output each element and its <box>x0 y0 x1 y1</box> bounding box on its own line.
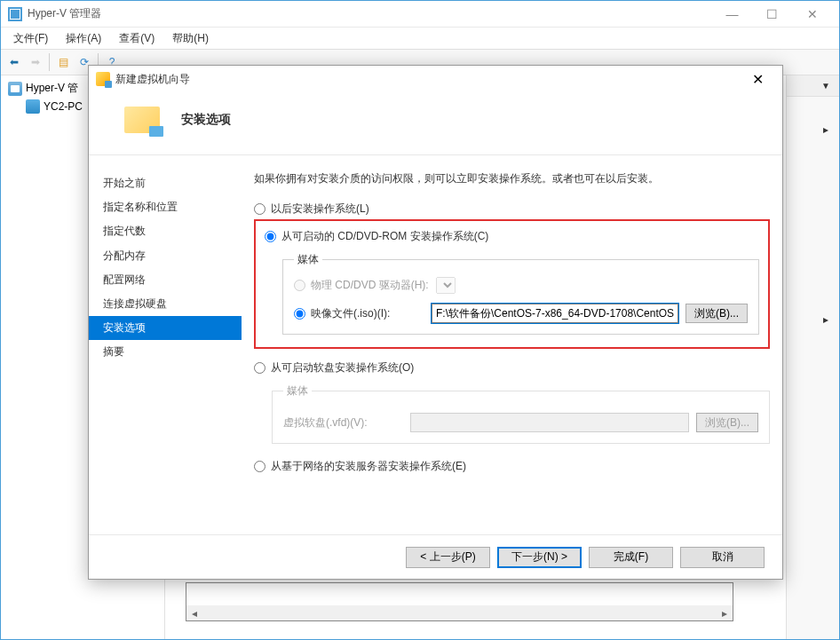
properties-button[interactable]: ▤ <box>53 52 73 72</box>
properties-icon: ▤ <box>59 56 68 68</box>
iso-label: 映像文件(.iso)(I): <box>311 306 424 321</box>
page-title: 安装选项 <box>181 112 231 128</box>
titlebar: Hyper-V 管理器 — ☐ ✕ <box>1 1 839 28</box>
action-item[interactable]: ▸ <box>787 162 839 352</box>
radio-iso[interactable] <box>294 308 305 320</box>
bottom-list: ◂ ▸ <box>186 582 733 621</box>
arrow-right-icon: ➡ <box>31 56 40 68</box>
option-network[interactable]: 从基于网络的安装服务器安装操作系统(E) <box>254 456 770 477</box>
radio-network-label: 从基于网络的安装服务器安装操作系统(E) <box>271 459 466 474</box>
horizontal-scrollbar[interactable]: ◂ ▸ <box>186 605 733 620</box>
highlighted-section: 从可启动的 CD/DVD-ROM 安装操作系统(C) 媒体 物理 CD/DVD … <box>254 219 770 349</box>
finish-button[interactable]: 完成(F) <box>589 547 673 568</box>
prev-button[interactable]: < 上一步(P) <box>406 547 490 568</box>
nav-network[interactable]: 配置网络 <box>89 268 242 292</box>
header-icon <box>124 107 160 133</box>
intro-text: 如果你拥有对安装介质的访问权限，则可以立即安装操作系统。或者也可在以后安装。 <box>254 171 770 186</box>
menubar: 文件(F) 操作(A) 查看(V) 帮助(H) <box>1 28 839 49</box>
dialog-titlebar: 新建虚拟机向导 ✕ <box>89 66 782 92</box>
dialog-close-button[interactable]: ✕ <box>740 67 775 91</box>
menu-view[interactable]: 查看(V) <box>112 29 162 48</box>
dialog-body: 开始之前 指定名称和位置 指定代数 分配内存 配置网络 连接虚拟硬盘 安装选项 … <box>89 155 782 553</box>
dialog-title: 新建虚拟机向导 <box>115 72 190 87</box>
wizard-icon <box>96 72 110 86</box>
option-floppy[interactable]: 从可启动软盘安装操作系统(O) <box>254 358 770 378</box>
wizard-dialog: 新建虚拟机向导 ✕ 安装选项 开始之前 指定名称和位置 指定代数 分配内存 配置… <box>88 65 783 580</box>
menu-help[interactable]: 帮助(H) <box>165 29 216 48</box>
nav-before-begin[interactable]: 开始之前 <box>89 171 242 195</box>
option-cddvd[interactable]: 从可启动的 CD/DVD-ROM 安装操作系统(C) <box>265 226 759 247</box>
radio-cddvd[interactable] <box>265 231 276 242</box>
floppy-legend: 媒体 <box>283 383 312 399</box>
chevron-right-icon: ▸ <box>823 123 828 136</box>
iso-path-input[interactable] <box>432 304 678 323</box>
scroll-right-icon[interactable]: ▸ <box>717 605 733 620</box>
dialog-footer: < 上一步(P) 下一步(N) > 完成(F) 取消 <box>89 534 782 579</box>
chevron-right-icon: ▸ <box>823 313 828 326</box>
physical-drive-label: 物理 CD/DVD 驱动器(H): <box>311 278 431 293</box>
iso-row: 映像文件(.iso)(I): 浏览(B)... <box>294 304 748 323</box>
app-icon <box>8 7 22 21</box>
maximize-button[interactable]: ☐ <box>752 2 792 27</box>
radio-cddvd-label: 从可启动的 CD/DVD-ROM 安装操作系统(C) <box>281 229 488 244</box>
actions-panel: ▼ ▸ ▸ <box>786 75 839 639</box>
nav-install-options[interactable]: 安装选项 <box>89 316 242 340</box>
separator <box>49 53 50 71</box>
physical-drive-select <box>436 277 456 294</box>
option-physical-drive: 物理 CD/DVD 驱动器(H): <box>294 274 748 296</box>
vfd-label: 虚拟软盘(.vfd)(V): <box>283 415 403 431</box>
nav-generation[interactable]: 指定代数 <box>89 219 242 243</box>
radio-network[interactable] <box>254 461 265 472</box>
radio-later-label: 以后安装操作系统(L) <box>271 201 369 217</box>
window-title: Hyper-V 管理器 <box>28 6 101 21</box>
scroll-left-icon[interactable]: ◂ <box>186 605 202 620</box>
minimize-button[interactable]: — <box>712 2 752 27</box>
nav-summary[interactable]: 摘要 <box>89 340 242 364</box>
browse-vfd-button: 浏览(B)... <box>696 413 758 432</box>
floppy-fieldset: 媒体 虚拟软盘(.vfd)(V): 浏览(B)... <box>272 383 770 444</box>
radio-floppy[interactable] <box>254 362 265 374</box>
nav-name-location[interactable]: 指定名称和位置 <box>89 195 242 219</box>
cancel-button[interactable]: 取消 <box>680 547 765 568</box>
wizard-nav: 开始之前 指定名称和位置 指定代数 分配内存 配置网络 连接虚拟硬盘 安装选项 … <box>89 155 242 553</box>
next-button[interactable]: 下一步(N) > <box>497 547 582 568</box>
radio-floppy-label: 从可启动软盘安装操作系统(O) <box>271 360 414 375</box>
scroll-track[interactable] <box>202 605 717 620</box>
dialog-header: 安装选项 <box>89 92 782 155</box>
tree-host-label: YC2-PC <box>44 100 83 113</box>
forward-button[interactable]: ➡ <box>26 52 45 72</box>
action-item[interactable]: ▸ <box>787 97 839 162</box>
vfd-path-input <box>410 413 689 432</box>
nav-memory[interactable]: 分配内存 <box>89 244 242 268</box>
options-panel: 如果你拥有对安装介质的访问权限，则可以立即安装操作系统。或者也可在以后安装。 以… <box>242 155 782 553</box>
radio-physical <box>294 280 305 291</box>
nav-vhd[interactable]: 连接虚拟硬盘 <box>89 292 242 316</box>
menu-action[interactable]: 操作(A) <box>59 29 108 48</box>
vfd-row: 虚拟软盘(.vfd)(V): 浏览(B)... <box>283 413 758 432</box>
option-install-later[interactable]: 以后安装操作系统(L) <box>254 199 770 219</box>
back-button[interactable]: ⬅ <box>4 52 24 72</box>
host-icon <box>26 99 40 114</box>
browse-iso-button[interactable]: 浏览(B)... <box>685 304 748 323</box>
radio-later[interactable] <box>254 203 265 215</box>
chevron-down-icon: ▼ <box>821 81 830 91</box>
close-button[interactable]: ✕ <box>792 2 832 27</box>
media-fieldset: 媒体 物理 CD/DVD 驱动器(H): 映像文件(.iso)(I): <box>282 252 759 335</box>
media-legend: 媒体 <box>294 252 322 267</box>
tree-root-label: Hyper-V 管 <box>26 81 78 96</box>
server-icon <box>8 82 22 96</box>
arrow-left-icon: ⬅ <box>10 56 19 68</box>
actions-header: ▼ <box>787 75 839 97</box>
actions-dropdown[interactable]: ▼ <box>818 78 834 94</box>
main-window: Hyper-V 管理器 — ☐ ✕ 文件(F) 操作(A) 查看(V) 帮助(H… <box>0 0 840 640</box>
menu-file[interactable]: 文件(F) <box>6 29 55 48</box>
